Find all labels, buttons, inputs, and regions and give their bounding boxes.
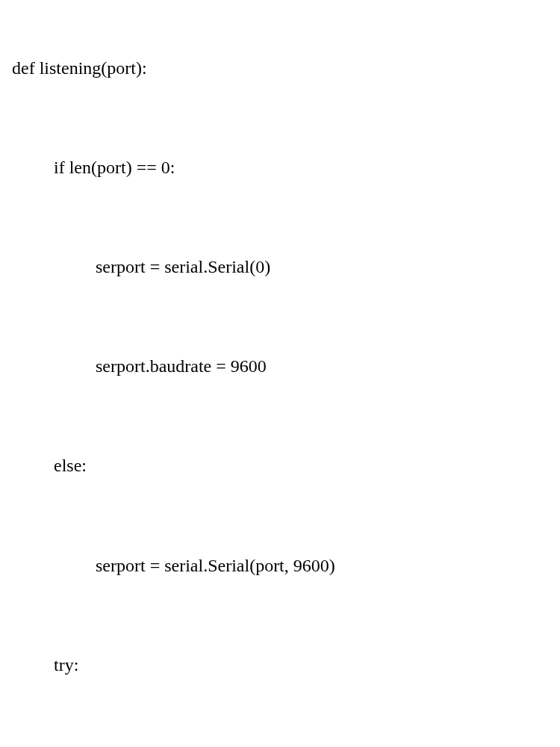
code-line: serport = serial.Serial(port, 9600) <box>12 554 548 577</box>
code-line: try: <box>12 653 548 677</box>
code-line: if len(port) == 0: <box>12 155 548 179</box>
code-line: else: <box>12 453 548 477</box>
code-line: serport = serial.Serial(0) <box>12 255 548 279</box>
code-line: serport.baudrate = 9600 <box>12 354 548 378</box>
code-line: def listening(port): <box>12 56 548 80</box>
code-snippet: def listening(port): if len(port) == 0: … <box>12 7 548 747</box>
